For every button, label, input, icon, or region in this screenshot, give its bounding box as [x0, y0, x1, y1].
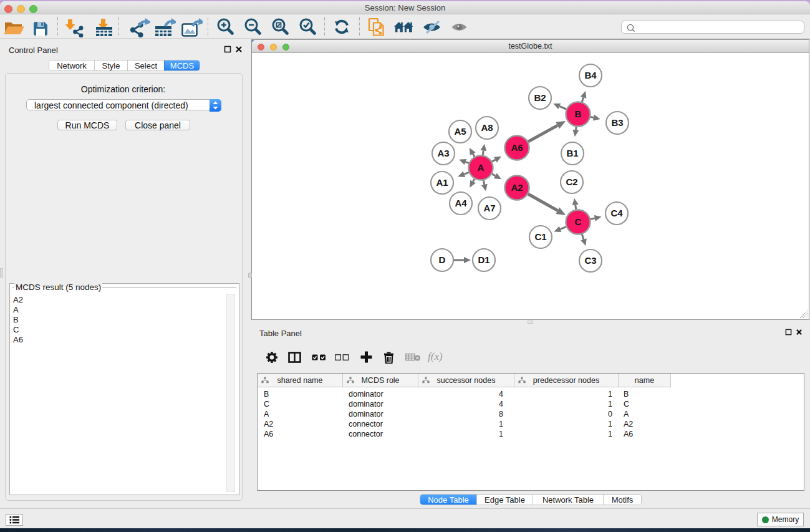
svg-text:C: C — [575, 216, 582, 227]
svg-text:C4: C4 — [610, 208, 623, 218]
svg-text:A6: A6 — [511, 142, 523, 153]
svg-text:C2: C2 — [566, 177, 577, 187]
svg-text:B1: B1 — [566, 148, 578, 158]
svg-text:A4: A4 — [455, 198, 467, 208]
svg-text:A5: A5 — [454, 126, 466, 137]
svg-text:C1: C1 — [534, 231, 546, 242]
svg-text:A7: A7 — [483, 203, 495, 213]
svg-text:A: A — [478, 162, 485, 173]
svg-text:A3: A3 — [437, 148, 449, 158]
svg-text:B3: B3 — [611, 117, 623, 128]
svg-text:B: B — [575, 109, 582, 119]
svg-text:B4: B4 — [584, 70, 597, 80]
svg-text:A2: A2 — [511, 182, 523, 193]
svg-text:B2: B2 — [534, 92, 546, 103]
svg-text:A8: A8 — [481, 122, 493, 133]
svg-text:D1: D1 — [478, 254, 489, 265]
svg-text:D: D — [439, 254, 446, 265]
svg-text:C3: C3 — [584, 255, 596, 266]
svg-text:A1: A1 — [436, 177, 448, 188]
